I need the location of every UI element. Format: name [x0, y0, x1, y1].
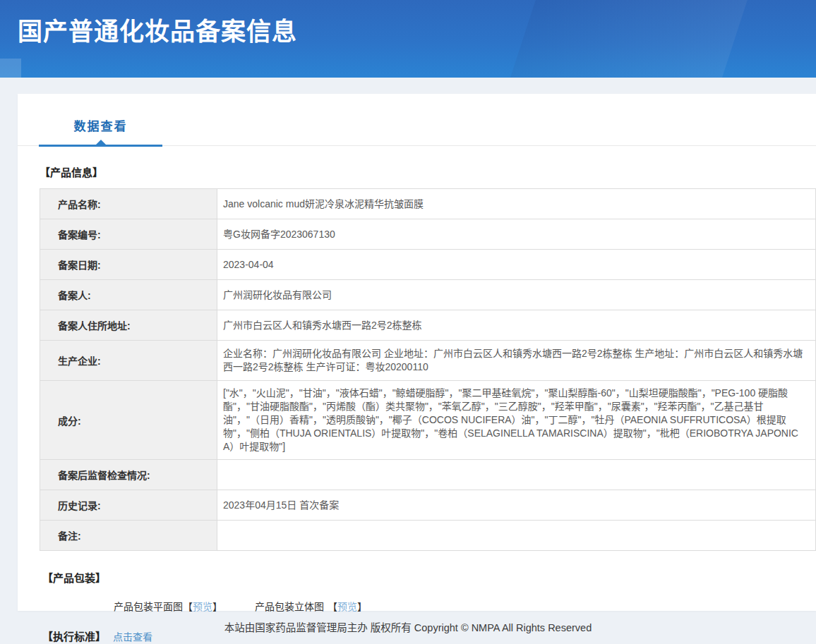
page-header-banner: 国产普通化妆品备案信息 — [0, 0, 816, 78]
bracket-open: 【 — [328, 601, 337, 612]
row-value: 粤G妆网备字2023067130 — [217, 219, 816, 250]
tab-bar: 数据查看 — [18, 94, 816, 146]
bracket-close: 】 — [357, 601, 367, 612]
standard-section-title: 【执行标准】 — [42, 631, 106, 643]
banner-decoration — [494, 0, 756, 78]
packaging-stereo-preview-link[interactable]: 预览 — [337, 601, 357, 612]
row-value — [217, 460, 816, 490]
row-label: 备案人: — [40, 280, 217, 310]
table-row-remarks: 备注: — [40, 521, 816, 551]
banner-decoration-square — [0, 59, 21, 78]
row-value: 2023年04月15日 首次备案 — [217, 490, 816, 521]
content-area: 【产品信息】 产品名称: Jane volcanic mud妍泥冷泉冰泥精华抗皱… — [18, 146, 816, 644]
row-label: 备注: — [40, 521, 217, 551]
packaging-stereo-item: 产品包装立体图【预览】 — [255, 599, 367, 613]
product-info-section-title: 【产品信息】 — [40, 164, 816, 179]
table-row-manufacturer: 生产企业: 企业名称：广州润研化妆品有限公司 企业地址：广州市白云区人和镇秀水塘… — [40, 341, 816, 381]
table-row-registrant: 备案人: 广州润研化妆品有限公司 — [40, 280, 816, 310]
table-row-registrant-address: 备案人住所地址: 广州市白云区人和镇秀水塘西一路2号2栋整栋 — [40, 310, 816, 341]
packaging-flat-preview-link[interactable]: 预览 — [193, 601, 212, 612]
row-value: 广州市白云区人和镇秀水塘西一路2号2栋整栋 — [217, 310, 816, 341]
packaging-section-title: 【产品包装】 — [42, 570, 816, 585]
row-label: 备案编号: — [40, 219, 217, 250]
row-label: 备案后监督检查情况: — [40, 460, 217, 490]
table-row-history: 历史记录: 2023年04月15日 首次备案 — [40, 490, 816, 521]
bracket-close: 】 — [212, 601, 222, 612]
table-row-ingredients: 成分: ["水"，"火山泥"，"甘油"，"液体石蜡"，"鲸蜡硬脂醇"，"聚二甲基… — [40, 381, 816, 460]
row-value: Jane volcanic mud妍泥冷泉冰泥精华抗皱面膜 — [217, 189, 816, 219]
row-value: 2023-04-04 — [217, 250, 816, 280]
packaging-flat-label: 产品包装平面图 — [114, 601, 183, 612]
row-label: 历史记录: — [40, 490, 217, 521]
row-label: 备案人住所地址: — [40, 310, 217, 341]
row-value: 企业名称：广州润研化妆品有限公司 企业地址：广州市白云区人和镇秀水塘西一路2号2… — [217, 341, 816, 381]
tab-data-view[interactable]: 数据查看 — [39, 116, 162, 147]
row-value — [217, 521, 816, 551]
row-label: 生产企业: — [40, 341, 217, 381]
table-row-supervision: 备案后监督检查情况: — [40, 460, 816, 490]
table-row-product-name: 产品名称: Jane volcanic mud妍泥冷泉冰泥精华抗皱面膜 — [40, 189, 816, 219]
standard-view-link[interactable]: 点击查看 — [113, 631, 152, 643]
table-row-registration-date: 备案日期: 2023-04-04 — [40, 250, 816, 280]
row-label: 成分: — [40, 381, 217, 460]
packaging-flat-item: 产品包装平面图【预览】 — [114, 599, 222, 613]
main-content-card: 数据查看 【产品信息】 产品名称: Jane volcanic mud妍泥冷泉冰… — [18, 94, 816, 611]
row-label: 产品名称: — [40, 189, 217, 219]
table-row-registration-number: 备案编号: 粤G妆网备字2023067130 — [40, 219, 816, 250]
packaging-stereo-label: 产品包装立体图 — [255, 601, 324, 612]
tab-data-view-label: 数据查看 — [74, 120, 128, 133]
tab-active-triangle-icon — [96, 140, 106, 145]
bracket-open: 【 — [183, 601, 193, 612]
product-info-table: 产品名称: Jane volcanic mud妍泥冷泉冰泥精华抗皱面膜 备案编号… — [40, 188, 816, 551]
row-label: 备案日期: — [40, 250, 217, 280]
row-value: ["水"，"火山泥"，"甘油"，"液体石蜡"，"鲸蜡硬脂醇"，"聚二甲基硅氧烷"… — [217, 381, 816, 460]
row-value: 广州润研化妆品有限公司 — [217, 280, 816, 310]
